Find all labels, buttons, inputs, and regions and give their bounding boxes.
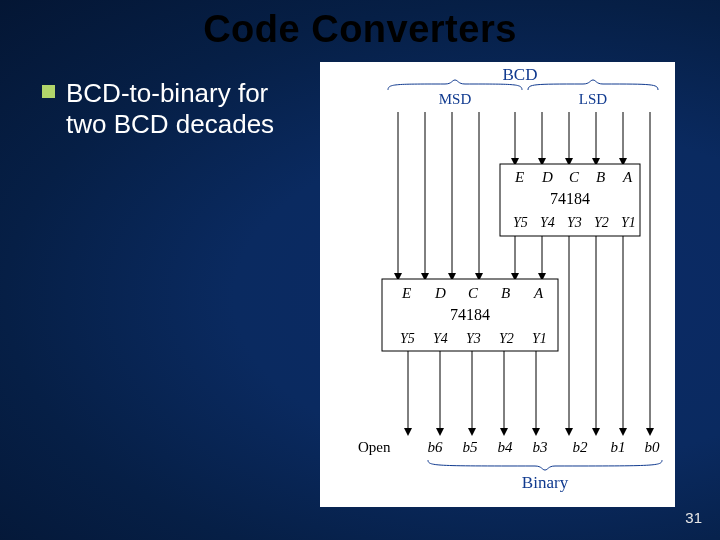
brace-binary [428, 460, 662, 470]
label-binary: Binary [522, 473, 569, 492]
chip2-D: D [434, 285, 446, 301]
diagram-svg: BCD MSD LSD E D C B A 74184 [320, 62, 675, 507]
bullet-item: BCD-to-binary for two BCD decades [42, 78, 302, 140]
chip1-Y1: Y1 [621, 215, 636, 230]
bullet-text: BCD-to-binary for two BCD decades [66, 78, 302, 140]
label-b2: b2 [573, 439, 589, 455]
bullet-icon [42, 85, 55, 98]
chip2-Y4: Y4 [433, 331, 448, 346]
chip2-A: A [533, 285, 544, 301]
chip1-B: B [596, 169, 605, 185]
chip1-Y4: Y4 [540, 215, 555, 230]
chip1-D: D [541, 169, 553, 185]
page-number: 31 [685, 509, 702, 526]
chip2-Y2: Y2 [499, 331, 514, 346]
chip1-E: E [514, 169, 524, 185]
chip1-C: C [569, 169, 580, 185]
chip2-Y1: Y1 [532, 331, 547, 346]
chip1-A: A [622, 169, 633, 185]
label-b4: b4 [498, 439, 514, 455]
chip2-name: 74184 [450, 306, 490, 323]
slide-title: Code Converters [0, 8, 720, 51]
chip2-B: B [501, 285, 510, 301]
chip1-name: 74184 [550, 190, 590, 207]
label-b0: b0 [645, 439, 661, 455]
chip1-Y3: Y3 [567, 215, 582, 230]
chip1-Y5: Y5 [513, 215, 528, 230]
chip1-Y2: Y2 [594, 215, 609, 230]
label-b1: b1 [611, 439, 626, 455]
label-b3: b3 [533, 439, 548, 455]
label-lsd: LSD [579, 91, 608, 107]
label-b5: b5 [463, 439, 479, 455]
chip2-E: E [401, 285, 411, 301]
label-msd: MSD [439, 91, 472, 107]
chip2-Y5: Y5 [400, 331, 415, 346]
diagram-figure: BCD MSD LSD E D C B A 74184 [320, 62, 675, 507]
label-b6: b6 [428, 439, 444, 455]
chip2-Y3: Y3 [466, 331, 481, 346]
chip2-C: C [468, 285, 479, 301]
label-bcd: BCD [503, 65, 538, 84]
brace-lsd [528, 80, 658, 90]
slide: Code Converters BCD-to-binary for two BC… [0, 0, 720, 540]
label-open: Open [358, 439, 391, 455]
